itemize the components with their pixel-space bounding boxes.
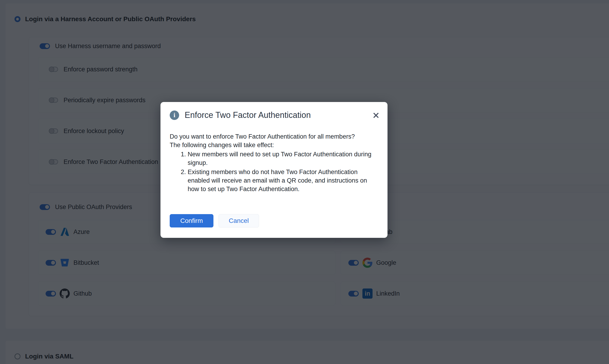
confirm-button[interactable]: Confirm <box>170 214 213 227</box>
list-item: Existing members who do not have Two Fac… <box>188 168 374 193</box>
dialog-body-line: Do you want to enforce Two Factor Authen… <box>170 132 378 141</box>
list-item: New members will need to set up Two Fact… <box>188 150 374 167</box>
dialog-header: i Enforce Two Factor Authentication <box>170 110 365 120</box>
info-icon: i <box>170 111 179 120</box>
dialog-title: Enforce Two Factor Authentication <box>185 110 311 120</box>
dialog-body: Do you want to enforce Two Factor Authen… <box>170 132 378 149</box>
close-icon[interactable] <box>372 111 380 119</box>
cancel-button[interactable]: Cancel <box>219 214 259 227</box>
dialog-change-list: New members will need to set up Two Fact… <box>170 150 374 194</box>
dialog-body-line: The following changes will take effect: <box>170 141 378 149</box>
dialog-actions: Confirm Cancel <box>170 214 259 227</box>
enforce-2fa-dialog: i Enforce Two Factor Authentication Do y… <box>160 102 388 238</box>
authentication-settings-page: Login via a Harness Account or Public OA… <box>0 0 609 364</box>
